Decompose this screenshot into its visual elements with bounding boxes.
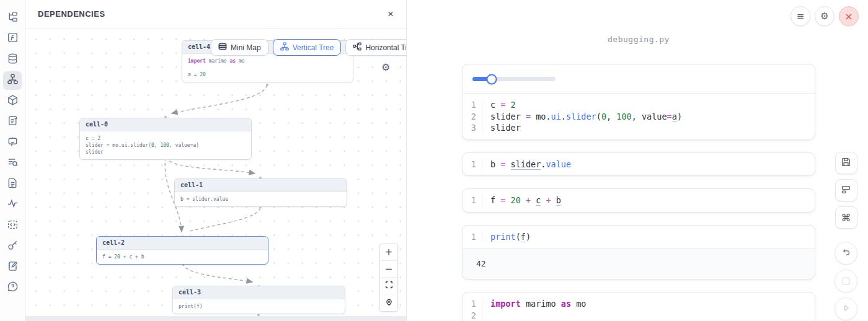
sidebar-item-documentation[interactable]	[3, 175, 22, 193]
line-number: 1	[463, 298, 482, 310]
close-icon: ×	[844, 11, 852, 22]
document-icon	[7, 177, 19, 191]
fit-view-button[interactable]	[380, 278, 397, 294]
chat-bot-icon	[7, 136, 19, 150]
function-icon	[7, 32, 19, 46]
code-line: f = 20 + c + b	[482, 195, 561, 206]
notebook-edit-icon	[7, 260, 19, 275]
graph-node-cell-2[interactable]: cell-2f = 20 + c + b	[96, 236, 268, 265]
file-tree-icon	[7, 11, 19, 25]
line-number: 1	[463, 99, 482, 111]
graph-node-cell-3[interactable]: cell-3print(f)	[172, 286, 345, 314]
horizontal-tree-button[interactable]: Horizontal Tree	[345, 39, 406, 56]
notebook-panel: ≡ ⚙ × debugging.py 1c = 22slider = mo.ui…	[407, 0, 868, 321]
edge-cell4-cell0	[172, 85, 267, 113]
zoom-out-button[interactable]: −	[380, 261, 397, 278]
gear-icon: ⚙	[381, 61, 390, 73]
slider-thumb[interactable]	[486, 74, 497, 84]
cell-output: 42	[463, 248, 815, 279]
notebook-filename[interactable]: debugging.py	[462, 35, 815, 44]
stop-icon	[843, 278, 849, 284]
sidebar-item-tracing[interactable]	[3, 196, 22, 214]
database-icon	[7, 53, 19, 67]
node-code: print(f)	[173, 299, 345, 314]
graph-node-cell-1[interactable]: cell-1b = slider.value	[174, 178, 347, 207]
horizontal-tree-icon	[353, 42, 361, 53]
layout-icon	[841, 184, 851, 197]
edge-cell1-cell2	[188, 208, 260, 232]
node-code: c = 2slider = mo.ui.slider(0, 100, value…	[80, 131, 251, 159]
gear-icon: ⚙	[820, 11, 828, 22]
dependencies-header: DEPENDENCIES ×	[25, 0, 406, 29]
sidebar-item-packages[interactable]	[3, 92, 22, 110]
cell-editor[interactable]: 1import marimo as mo2 3a = 20	[463, 292, 815, 321]
stop-button[interactable]	[835, 270, 857, 292]
graph-settings-button[interactable]: ⚙	[381, 61, 390, 73]
edge-cell2-cell3	[182, 263, 252, 282]
vertical-tree-button[interactable]: Vertical Tree	[273, 39, 342, 56]
shutdown-button[interactable]: ×	[839, 6, 859, 26]
slider[interactable]	[472, 77, 556, 81]
panel-title: DEPENDENCIES	[38, 9, 105, 19]
cell-editor[interactable]: 1f = 20 + c + b	[463, 189, 815, 212]
code-line: slider = mo.ui.slider(0, 100, value=a)	[482, 111, 682, 123]
play-icon	[841, 303, 851, 315]
notebook-column: debugging.py 1c = 22slider = mo.ui.slide…	[462, 0, 815, 321]
notebook-cell-cell-2: 1f = 20 + c + b	[462, 188, 815, 213]
node-title: cell-0	[80, 118, 251, 131]
sidebar-item-variables[interactable]	[3, 30, 22, 48]
node-title: cell-3	[173, 286, 345, 299]
code-line: b = slider.value	[482, 159, 571, 170]
key-icon	[7, 239, 19, 253]
panel-footer	[25, 316, 406, 321]
undo-button[interactable]	[835, 242, 857, 265]
pin-button[interactable]	[380, 294, 397, 311]
cell-editor[interactable]: 1print(f)	[463, 226, 815, 248]
cell-editor[interactable]: 1c = 22slider = mo.ui.slider(0, 100, val…	[463, 94, 815, 139]
sidebar-item-table-of-contents[interactable]	[3, 154, 22, 173]
sidebar-item-scratchpad[interactable]	[3, 258, 22, 276]
node-code: f = 20 + c + b	[97, 250, 268, 264]
minimap-button[interactable]: Mini Map	[211, 39, 268, 56]
help-icon	[7, 281, 19, 295]
cell-output	[463, 64, 815, 94]
package-icon	[7, 94, 19, 108]
code-block-icon	[7, 219, 19, 233]
save-button[interactable]	[835, 152, 857, 174]
node-code: b = slider.value	[175, 192, 347, 206]
sidebar-item-chat[interactable]	[3, 133, 22, 152]
command-icon: ⌘	[841, 212, 851, 224]
layout-button[interactable]	[835, 179, 857, 201]
notebook-cell-cell-1: 1b = slider.value	[462, 152, 815, 177]
sidebar-item-help[interactable]	[3, 279, 22, 297]
cell-editor[interactable]: 1b = slider.value	[463, 153, 815, 176]
fit-view-icon	[385, 280, 393, 291]
minimap-icon	[218, 42, 227, 53]
dependency-graph-icon	[7, 73, 19, 87]
settings-button[interactable]: ⚙	[815, 6, 835, 26]
sidebar-item-dependencies[interactable]	[3, 71, 22, 90]
sidebar-item-datasources[interactable]	[3, 50, 22, 69]
close-panel-button[interactable]: ×	[388, 9, 394, 19]
zoom-in-button[interactable]: +	[380, 244, 397, 261]
node-code: import marimo as mo a = 20	[182, 54, 353, 82]
code-line: slider	[482, 122, 521, 134]
notebook-side-actions: ⌘	[835, 152, 857, 320]
vertical-tree-icon	[280, 42, 289, 53]
zoom-controls: + −	[379, 244, 398, 312]
line-number: 2	[463, 310, 482, 321]
graph-node-cell-0[interactable]: cell-0c = 2slider = mo.ui.slider(0, 100,…	[79, 118, 252, 160]
keyboard-shortcuts-button[interactable]: ⌘	[835, 206, 857, 229]
scroll-icon	[7, 115, 19, 129]
sidebar-item-logs[interactable]	[3, 113, 22, 131]
list-search-icon	[7, 156, 19, 170]
dependencies-panel: DEPENDENCIES ×	[25, 0, 407, 321]
sidebar-item-snippets[interactable]	[3, 216, 22, 235]
cells-container: 1c = 22slider = mo.ui.slider(0, 100, val…	[462, 64, 815, 321]
sidebar-item-secrets[interactable]	[3, 237, 22, 256]
run-button[interactable]	[835, 297, 857, 320]
save-icon	[841, 157, 851, 170]
undo-icon	[841, 247, 851, 260]
sidebar-item-file-explorer[interactable]	[3, 9, 22, 27]
dependency-graph-canvas[interactable]: cell-4import marimo as mo a = 20cell-0c …	[25, 29, 406, 316]
